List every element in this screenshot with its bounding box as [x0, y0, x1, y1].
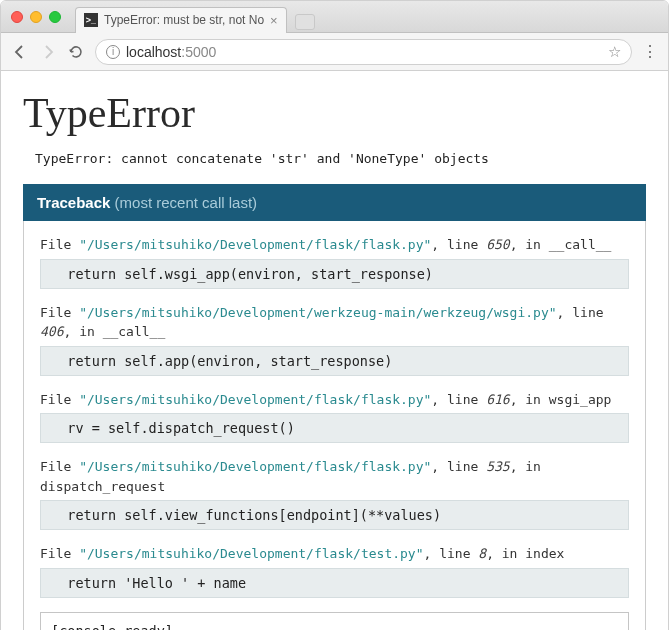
- titlebar: >_ TypeError: must be str, not No ×: [1, 1, 668, 33]
- url-port: :5000: [181, 44, 216, 60]
- frame-code[interactable]: return self.view_functions[endpoint](**v…: [40, 500, 629, 530]
- browser-window: >_ TypeError: must be str, not No × i lo…: [0, 0, 669, 630]
- traceback-label: Traceback: [37, 194, 110, 211]
- url-input[interactable]: i localhost:5000 ☆: [95, 39, 632, 65]
- debug-console[interactable]: [console ready] >>> type(name) <type 'No…: [40, 612, 629, 631]
- new-tab-button[interactable]: [295, 14, 315, 30]
- site-info-icon[interactable]: i: [106, 45, 120, 59]
- traceback-frame[interactable]: File "/Users/mitsuhiko/Development/flask…: [40, 390, 629, 444]
- traffic-lights: [11, 11, 61, 23]
- frame-location: File "/Users/mitsuhiko/Development/flask…: [40, 544, 629, 564]
- bookmark-star-icon[interactable]: ☆: [608, 43, 621, 61]
- tab-close-icon[interactable]: ×: [270, 13, 278, 28]
- traceback-header: Traceback (most recent call last): [23, 184, 646, 221]
- browser-tab[interactable]: >_ TypeError: must be str, not No ×: [75, 7, 287, 33]
- frame-location: File "/Users/mitsuhiko/Development/werkz…: [40, 303, 629, 342]
- reload-button[interactable]: [67, 44, 85, 60]
- frame-location: File "/Users/mitsuhiko/Development/flask…: [40, 235, 629, 255]
- traceback-frame[interactable]: File "/Users/mitsuhiko/Development/flask…: [40, 544, 629, 598]
- frame-code[interactable]: rv = self.dispatch_request(): [40, 413, 629, 443]
- minimize-window-button[interactable]: [30, 11, 42, 23]
- favicon-icon: >_: [84, 13, 98, 27]
- page-content: TypeError TypeError: cannot concatenate …: [1, 71, 668, 630]
- frame-code[interactable]: return self.wsgi_app(environ, start_resp…: [40, 259, 629, 289]
- maximize-window-button[interactable]: [49, 11, 61, 23]
- url-host: localhost: [126, 44, 181, 60]
- frame-location: File "/Users/mitsuhiko/Development/flask…: [40, 390, 629, 410]
- address-bar: i localhost:5000 ☆ ⋮: [1, 33, 668, 71]
- traceback-frame[interactable]: File "/Users/mitsuhiko/Development/flask…: [40, 235, 629, 289]
- browser-menu-button[interactable]: ⋮: [642, 42, 658, 61]
- traceback-frame[interactable]: File "/Users/mitsuhiko/Development/werkz…: [40, 303, 629, 376]
- frame-code[interactable]: return self.app(environ, start_response): [40, 346, 629, 376]
- traceback-hint: (most recent call last): [115, 194, 258, 211]
- frame-code[interactable]: return 'Hello ' + name: [40, 568, 629, 598]
- traceback-body: File "/Users/mitsuhiko/Development/flask…: [23, 221, 646, 630]
- forward-button[interactable]: [39, 44, 57, 60]
- frame-location: File "/Users/mitsuhiko/Development/flask…: [40, 457, 629, 496]
- error-title: TypeError: [23, 89, 646, 137]
- traceback-frame[interactable]: File "/Users/mitsuhiko/Development/flask…: [40, 457, 629, 530]
- error-message: TypeError: cannot concatenate 'str' and …: [23, 151, 646, 166]
- back-button[interactable]: [11, 44, 29, 60]
- tab-title: TypeError: must be str, not No: [104, 13, 264, 27]
- console-ready: [console ready]: [51, 621, 618, 631]
- close-window-button[interactable]: [11, 11, 23, 23]
